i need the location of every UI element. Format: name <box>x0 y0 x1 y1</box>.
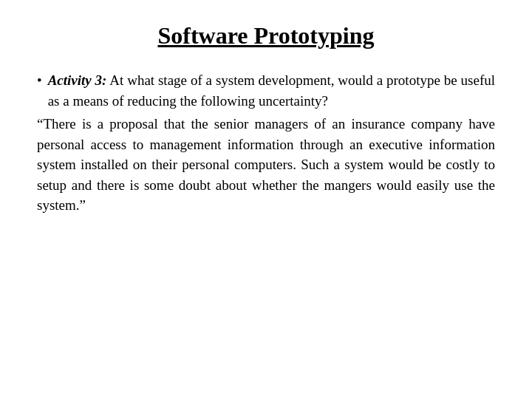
activity-label: Activity 3: <box>48 72 107 88</box>
bullet-item: • Activity 3: At what stage of a system … <box>37 70 495 111</box>
bullet-text: Activity 3: At what stage of a system de… <box>48 70 495 111</box>
bullet-body-text: At what stage of a system development, w… <box>48 72 495 109</box>
content-area: • Activity 3: At what stage of a system … <box>37 70 495 216</box>
page-title: Software Prototyping <box>157 22 374 50</box>
bullet-symbol: • <box>37 70 42 91</box>
quote-paragraph: “There is a proposal that the senior man… <box>37 114 495 216</box>
